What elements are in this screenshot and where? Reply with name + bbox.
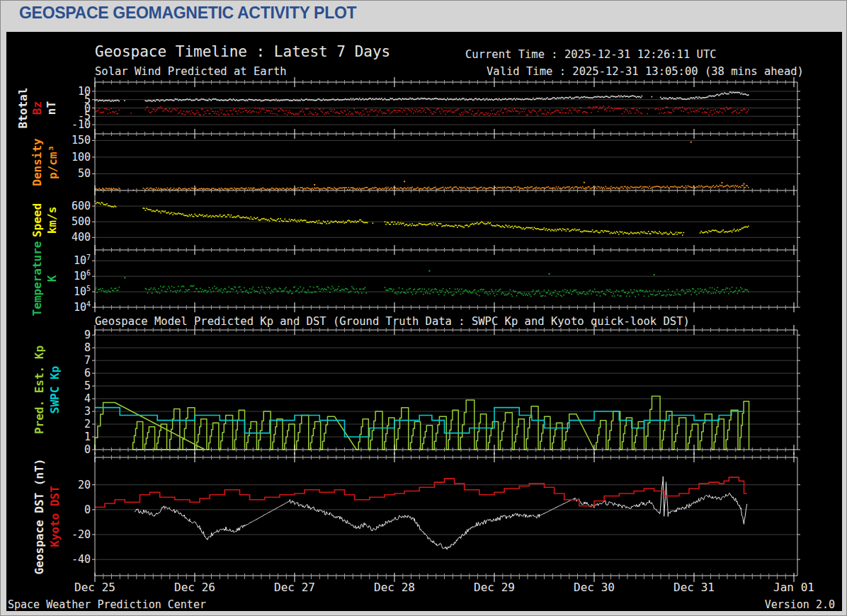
svg-text:0: 0 <box>84 443 91 456</box>
svg-text:50: 50 <box>78 167 91 180</box>
x-axis-labels: Dec 25Dec 26Dec 27Dec 28Dec 29Dec 30Dec … <box>74 581 814 594</box>
svg-text:400: 400 <box>72 231 91 244</box>
panel-speed: 600500400Speedkm/s <box>30 190 800 250</box>
svg-text:-40: -40 <box>72 553 91 566</box>
svg-text:106: 106 <box>74 269 91 283</box>
svg-text:9: 9 <box>84 329 91 341</box>
panel-kp: 9876543210Pred. Est. KpSWPC Kp <box>33 329 800 456</box>
footer-credit: Space Weather Prediction Center <box>8 598 206 611</box>
svg-text:7: 7 <box>84 354 91 367</box>
panel-bfield: 1050-5-10BtotalBznT <box>16 82 800 134</box>
svg-text:2: 2 <box>84 418 91 430</box>
panel-dst: 200-20-40Geospace DST (nT)Kyoto DST <box>33 457 800 576</box>
svg-text:p/cm³: p/cm³ <box>46 145 59 179</box>
solar-wind-subtitle: Solar Wind Predicted at Earth <box>95 65 287 78</box>
svg-text:5: 5 <box>84 380 91 392</box>
footer-version: Version 2.0 <box>765 598 835 611</box>
svg-text:km/s: km/s <box>45 207 59 234</box>
svg-text:100: 100 <box>72 151 91 164</box>
svg-text:1: 1 <box>84 430 91 443</box>
svg-text:600: 600 <box>72 200 91 212</box>
svg-text:K: K <box>45 275 59 282</box>
svg-text:105: 105 <box>74 285 91 298</box>
svg-text:Btotal: Btotal <box>16 88 30 129</box>
svg-text:107: 107 <box>74 253 91 267</box>
svg-text:500: 500 <box>72 215 91 228</box>
time-ruler <box>95 186 797 195</box>
panel-temperature: 107106105104TemperatureK <box>30 241 800 316</box>
svg-text:6: 6 <box>84 367 91 380</box>
svg-text:Dec 26: Dec 26 <box>174 581 215 594</box>
current-time-label: Current Time : 2025-12-31 12:26:11 UTC <box>465 48 717 61</box>
time-ruler <box>95 77 797 87</box>
series-swpc-kp <box>95 408 744 437</box>
page: GEOSPACE GEOMAGNETIC ACTIVITY PLOT 1050-… <box>0 0 847 616</box>
time-ruler <box>95 302 797 312</box>
svg-text:20: 20 <box>78 479 91 491</box>
page-title: GEOSPACE GEOMAGNETIC ACTIVITY PLOT <box>19 4 356 23</box>
svg-text:Dec 31: Dec 31 <box>673 581 715 594</box>
svg-text:Bz: Bz <box>30 101 44 115</box>
svg-text:Dec 30: Dec 30 <box>574 581 615 594</box>
series-bz <box>94 105 749 116</box>
svg-text:Kyoto DST: Kyoto DST <box>48 486 62 547</box>
svg-text:Dec 29: Dec 29 <box>474 581 515 594</box>
svg-text:Pred. Est. Kp: Pred. Est. Kp <box>33 346 46 434</box>
panel-density: 15010050Densityp/cm³ <box>30 134 800 190</box>
time-ruler <box>95 452 797 462</box>
svg-text:0: 0 <box>84 503 91 516</box>
svg-text:nT: nT <box>45 101 58 115</box>
time-ruler <box>95 245 797 255</box>
series-temperature <box>94 270 749 297</box>
svg-text:-20: -20 <box>72 528 91 541</box>
chart-title: Geospace Timeline : Latest 7 Days <box>95 43 390 60</box>
svg-text:3: 3 <box>84 405 91 418</box>
svg-text:-10: -10 <box>72 118 91 131</box>
time-ruler <box>95 129 797 139</box>
series-pred-est-kp <box>95 396 749 450</box>
svg-text:150: 150 <box>72 134 91 147</box>
kp-dst-section-title: Geospace Model Predicted Kp and DST (Gro… <box>95 315 690 328</box>
svg-text:Dec 28: Dec 28 <box>374 581 415 594</box>
svg-text:Speed: Speed <box>30 203 44 237</box>
svg-text:Geospace DST (nT): Geospace DST (nT) <box>33 459 46 575</box>
svg-text:Dec 25: Dec 25 <box>74 581 115 594</box>
valid-time-label: Valid Time : 2025-12-31 13:05:00 (38 min… <box>487 65 804 78</box>
svg-text:Density: Density <box>30 138 44 186</box>
svg-text:Jan 01: Jan 01 <box>773 581 814 594</box>
series-geospace-dst <box>135 477 746 549</box>
series-density <box>94 142 749 190</box>
series-btotal <box>94 91 749 102</box>
svg-text:SWPC Kp: SWPC Kp <box>48 366 62 413</box>
plot-frame: 1050-5-10BtotalBznT15010050Densityp/cm³6… <box>6 32 842 611</box>
svg-text:104: 104 <box>74 300 91 314</box>
svg-text:4: 4 <box>84 392 91 405</box>
svg-text:Temperature: Temperature <box>30 241 44 316</box>
svg-text:Dec 27: Dec 27 <box>274 581 315 594</box>
svg-text:8: 8 <box>84 341 91 354</box>
